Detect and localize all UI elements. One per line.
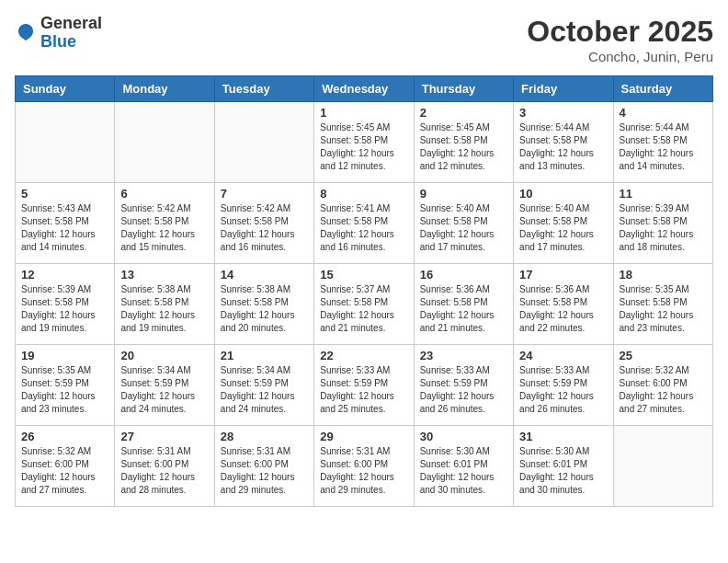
day-info: Sunrise: 5:30 AMSunset: 6:01 PMDaylight:… xyxy=(519,445,607,497)
day-info: Sunrise: 5:34 AMSunset: 5:59 PMDaylight:… xyxy=(120,364,208,416)
calendar-day-cell: 5Sunrise: 5:43 AMSunset: 5:58 PMDaylight… xyxy=(16,183,115,264)
day-number: 7 xyxy=(221,187,308,201)
day-of-week-header: Saturday xyxy=(613,76,712,102)
calendar-week-row: 5Sunrise: 5:43 AMSunset: 5:58 PMDaylight… xyxy=(16,183,713,264)
calendar-day-cell: 14Sunrise: 5:38 AMSunset: 5:58 PMDayligh… xyxy=(214,264,313,345)
day-number: 23 xyxy=(420,349,507,362)
calendar-day-cell: 25Sunrise: 5:32 AMSunset: 6:00 PMDayligh… xyxy=(613,345,712,426)
calendar-day-cell: 20Sunrise: 5:34 AMSunset: 5:59 PMDayligh… xyxy=(115,345,214,426)
calendar-day-cell: 3Sunrise: 5:44 AMSunset: 5:58 PMDaylight… xyxy=(514,102,613,183)
calendar-day-cell: 6Sunrise: 5:42 AMSunset: 5:58 PMDaylight… xyxy=(115,183,214,264)
day-number: 21 xyxy=(221,349,308,362)
logo-text: General Blue xyxy=(40,15,102,52)
day-info: Sunrise: 5:31 AMSunset: 6:00 PMDaylight:… xyxy=(320,445,407,497)
day-of-week-header: Wednesday xyxy=(314,76,414,102)
day-info: Sunrise: 5:44 AMSunset: 5:58 PMDaylight:… xyxy=(620,121,707,173)
day-info: Sunrise: 5:33 AMSunset: 5:59 PMDaylight:… xyxy=(420,364,507,416)
day-number: 15 xyxy=(320,268,407,282)
day-info: Sunrise: 5:37 AMSunset: 5:58 PMDaylight:… xyxy=(320,283,407,335)
day-info: Sunrise: 5:44 AMSunset: 5:58 PMDaylight:… xyxy=(519,121,607,173)
day-number: 10 xyxy=(519,187,607,201)
day-info: Sunrise: 5:30 AMSunset: 6:01 PMDaylight:… xyxy=(420,445,507,497)
day-info: Sunrise: 5:35 AMSunset: 5:59 PMDaylight:… xyxy=(21,364,108,416)
day-of-week-header: Thursday xyxy=(414,76,513,102)
calendar-day-cell: 28Sunrise: 5:31 AMSunset: 6:00 PMDayligh… xyxy=(214,426,313,507)
day-number: 24 xyxy=(519,349,607,362)
calendar-day-cell: 26Sunrise: 5:32 AMSunset: 6:00 PMDayligh… xyxy=(16,426,115,507)
day-number: 3 xyxy=(519,106,607,120)
calendar-day-cell xyxy=(613,426,712,507)
calendar-day-cell: 12Sunrise: 5:39 AMSunset: 5:58 PMDayligh… xyxy=(16,264,115,345)
calendar-day-cell: 21Sunrise: 5:34 AMSunset: 5:59 PMDayligh… xyxy=(214,345,313,426)
day-info: Sunrise: 5:31 AMSunset: 6:00 PMDaylight:… xyxy=(120,445,208,497)
calendar-week-row: 12Sunrise: 5:39 AMSunset: 5:58 PMDayligh… xyxy=(16,264,713,345)
calendar-day-cell: 18Sunrise: 5:35 AMSunset: 5:58 PMDayligh… xyxy=(613,264,712,345)
day-info: Sunrise: 5:45 AMSunset: 5:58 PMDaylight:… xyxy=(320,121,407,173)
calendar-day-cell: 24Sunrise: 5:33 AMSunset: 5:59 PMDayligh… xyxy=(514,345,613,426)
day-number: 9 xyxy=(420,187,507,201)
calendar-week-row: 26Sunrise: 5:32 AMSunset: 6:00 PMDayligh… xyxy=(16,426,713,507)
day-number: 19 xyxy=(21,349,108,362)
calendar-day-cell: 2Sunrise: 5:45 AMSunset: 5:58 PMDaylight… xyxy=(414,102,513,183)
day-info: Sunrise: 5:32 AMSunset: 6:00 PMDaylight:… xyxy=(21,445,108,497)
calendar-day-cell: 29Sunrise: 5:31 AMSunset: 6:00 PMDayligh… xyxy=(314,426,414,507)
logo: General Blue xyxy=(15,15,102,52)
day-number: 8 xyxy=(320,187,407,201)
day-info: Sunrise: 5:31 AMSunset: 6:00 PMDaylight:… xyxy=(221,445,308,497)
day-info: Sunrise: 5:32 AMSunset: 6:00 PMDaylight:… xyxy=(620,364,707,416)
logo-blue: Blue xyxy=(40,32,76,51)
day-info: Sunrise: 5:35 AMSunset: 5:58 PMDaylight:… xyxy=(620,283,707,335)
day-info: Sunrise: 5:40 AMSunset: 5:58 PMDaylight:… xyxy=(519,202,607,254)
day-info: Sunrise: 5:34 AMSunset: 5:59 PMDaylight:… xyxy=(221,364,308,416)
day-number: 4 xyxy=(620,106,707,120)
calendar-day-cell: 31Sunrise: 5:30 AMSunset: 6:01 PMDayligh… xyxy=(514,426,613,507)
calendar-subtitle: Concho, Junin, Peru xyxy=(527,49,713,64)
day-info: Sunrise: 5:42 AMSunset: 5:58 PMDaylight:… xyxy=(221,202,308,254)
day-info: Sunrise: 5:43 AMSunset: 5:58 PMDaylight:… xyxy=(21,202,108,254)
day-info: Sunrise: 5:36 AMSunset: 5:58 PMDaylight:… xyxy=(519,283,607,335)
day-number: 25 xyxy=(620,349,707,362)
day-info: Sunrise: 5:39 AMSunset: 5:58 PMDaylight:… xyxy=(21,283,108,335)
calendar-day-cell: 16Sunrise: 5:36 AMSunset: 5:58 PMDayligh… xyxy=(414,264,513,345)
day-number: 2 xyxy=(420,106,507,120)
calendar-title: October 2025 xyxy=(527,15,713,49)
day-number: 26 xyxy=(21,430,108,443)
day-number: 6 xyxy=(120,187,208,201)
calendar-week-row: 1Sunrise: 5:45 AMSunset: 5:58 PMDaylight… xyxy=(16,102,713,183)
calendar-day-cell: 7Sunrise: 5:42 AMSunset: 5:58 PMDaylight… xyxy=(214,183,313,264)
title-block: October 2025 Concho, Junin, Peru xyxy=(527,15,713,64)
day-info: Sunrise: 5:39 AMSunset: 5:58 PMDaylight:… xyxy=(620,202,707,254)
calendar-day-cell: 8Sunrise: 5:41 AMSunset: 5:58 PMDaylight… xyxy=(314,183,414,264)
day-number: 18 xyxy=(620,268,707,282)
calendar-day-cell: 30Sunrise: 5:30 AMSunset: 6:01 PMDayligh… xyxy=(414,426,513,507)
day-number: 11 xyxy=(620,187,707,201)
day-number: 20 xyxy=(120,349,208,362)
calendar-day-cell: 19Sunrise: 5:35 AMSunset: 5:59 PMDayligh… xyxy=(16,345,115,426)
day-of-week-header: Tuesday xyxy=(214,76,313,102)
day-number: 5 xyxy=(21,187,108,201)
day-number: 13 xyxy=(120,268,208,282)
day-number: 27 xyxy=(120,430,208,443)
day-info: Sunrise: 5:38 AMSunset: 5:58 PMDaylight:… xyxy=(120,283,208,335)
day-info: Sunrise: 5:40 AMSunset: 5:58 PMDaylight:… xyxy=(420,202,507,254)
day-number: 14 xyxy=(221,268,308,282)
calendar-day-cell xyxy=(115,102,214,183)
calendar-table: SundayMondayTuesdayWednesdayThursdayFrid… xyxy=(15,75,713,507)
header-row: SundayMondayTuesdayWednesdayThursdayFrid… xyxy=(16,76,713,102)
calendar-header: SundayMondayTuesdayWednesdayThursdayFrid… xyxy=(16,76,713,102)
calendar-day-cell: 4Sunrise: 5:44 AMSunset: 5:58 PMDaylight… xyxy=(613,102,712,183)
calendar-day-cell: 10Sunrise: 5:40 AMSunset: 5:58 PMDayligh… xyxy=(514,183,613,264)
day-of-week-header: Monday xyxy=(115,76,214,102)
calendar-day-cell: 9Sunrise: 5:40 AMSunset: 5:58 PMDaylight… xyxy=(414,183,513,264)
calendar-day-cell xyxy=(16,102,115,183)
logo-general: General xyxy=(40,14,102,32)
page-header: General Blue October 2025 Concho, Junin,… xyxy=(15,15,713,64)
calendar-day-cell: 11Sunrise: 5:39 AMSunset: 5:58 PMDayligh… xyxy=(613,183,712,264)
day-info: Sunrise: 5:41 AMSunset: 5:58 PMDaylight:… xyxy=(320,202,407,254)
logo-icon xyxy=(15,22,37,44)
day-info: Sunrise: 5:33 AMSunset: 5:59 PMDaylight:… xyxy=(519,364,607,416)
day-of-week-header: Friday xyxy=(514,76,613,102)
day-number: 30 xyxy=(420,430,507,443)
calendar-day-cell: 22Sunrise: 5:33 AMSunset: 5:59 PMDayligh… xyxy=(314,345,414,426)
day-number: 16 xyxy=(420,268,507,282)
